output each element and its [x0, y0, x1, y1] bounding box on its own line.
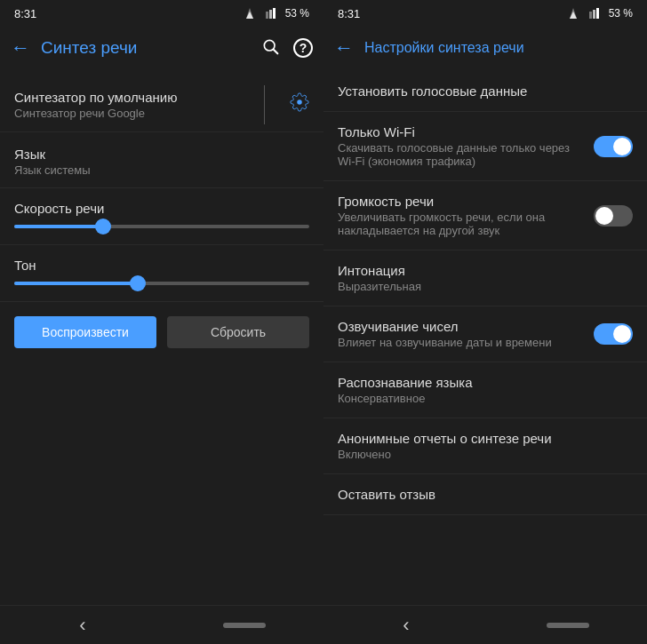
lang-row[interactable]: Язык Язык системы — [0, 132, 324, 188]
right-top-bar: ← Настройки синтеза речи — [324, 25, 647, 71]
row-label: Анонимные отчеты о синтезе речи — [338, 431, 626, 446]
left-status-time: 8:31 — [14, 7, 36, 20]
left-battery: 53 % — [285, 7, 309, 20]
speed-slider-thumb[interactable] — [95, 219, 111, 235]
search-icon[interactable] — [261, 37, 279, 60]
toggle-switch[interactable] — [594, 323, 633, 345]
right-panel: 8:31 53 % ← Настройки синтеза речи Устан… — [324, 0, 647, 644]
right-battery: 53 % — [609, 7, 633, 20]
right-setting-row[interactable]: Распознавание языкаКонсервативное — [324, 362, 647, 418]
right-status-time: 8:31 — [338, 7, 360, 20]
toggle-thumb — [613, 325, 631, 343]
row-label: Распознавание языка — [338, 375, 626, 390]
svg-rect-11 — [596, 8, 599, 19]
row-label: Установить голосовые данные — [338, 83, 626, 99]
right-page-title: Настройки синтеза речи — [364, 40, 636, 56]
speed-slider-fill — [14, 225, 103, 228]
svg-rect-4 — [273, 8, 276, 19]
left-page-title: Синтез речи — [41, 38, 261, 58]
action-buttons: Воспроизвести Сбросить — [0, 302, 324, 362]
left-top-bar: ← Синтез речи ? — [0, 25, 324, 71]
help-icon[interactable]: ? — [293, 38, 313, 58]
left-status-bar: 8:31 53 % — [0, 0, 324, 25]
toggle-thumb — [613, 138, 631, 155]
row-label: Оставить отзыв — [338, 487, 626, 502]
speed-label: Скорость речи — [14, 201, 309, 216]
svg-marker-1 — [246, 12, 253, 19]
row-label: Громкость речи — [338, 194, 587, 209]
reset-button[interactable]: Сбросить — [167, 316, 309, 348]
right-setting-row[interactable]: Оставить отзыв — [324, 474, 647, 515]
right-setting-row[interactable]: Установить голосовые данные — [324, 71, 647, 112]
row-sublabel: Консервативное — [338, 392, 626, 405]
right-status-bar: 8:31 53 % — [324, 0, 647, 25]
synth-row[interactable]: Синтезатор по умолчанию Синтезатор речи … — [0, 71, 324, 132]
svg-rect-2 — [266, 12, 268, 19]
right-setting-row[interactable]: Озвучивание чиселВлияет на озвучивание д… — [324, 306, 647, 362]
tone-label: Тон — [14, 258, 309, 273]
left-top-actions: ? — [261, 37, 313, 60]
speed-section: Скорость речи — [0, 188, 324, 245]
right-bottom-nav: ‹ — [324, 605, 647, 644]
speed-slider-track[interactable] — [14, 225, 309, 228]
right-nav-back[interactable]: ‹ — [381, 607, 430, 644]
left-content: Синтезатор по умолчанию Синтезатор речи … — [0, 71, 324, 605]
lang-label: Язык — [14, 147, 309, 162]
svg-rect-3 — [269, 10, 272, 19]
synth-value: Синтезатор речи Google — [14, 107, 257, 120]
tone-slider-track[interactable] — [14, 282, 309, 285]
left-nav-back[interactable]: ‹ — [58, 607, 107, 644]
toggle-switch[interactable] — [594, 205, 633, 227]
lang-value: Язык системы — [14, 163, 309, 177]
left-nav-pill — [223, 623, 266, 628]
left-back-button[interactable]: ← — [11, 36, 30, 60]
left-status-icons: 53 % — [246, 7, 309, 20]
tone-slider-fill — [14, 282, 138, 285]
row-label: Только Wi-Fi — [338, 124, 587, 139]
left-bottom-nav: ‹ — [0, 605, 324, 644]
right-setting-row[interactable]: ИнтонацияВыразительная — [324, 250, 647, 306]
tone-section: Тон — [0, 245, 324, 302]
toggle-switch[interactable] — [594, 136, 633, 157]
row-sublabel: Скачивать голосовые данные только через … — [338, 141, 587, 168]
synth-divider — [264, 85, 265, 124]
right-nav-pill — [547, 623, 589, 628]
row-sublabel: Увеличивать громкость речи, если она нак… — [338, 211, 587, 237]
gear-icon[interactable] — [290, 92, 309, 117]
svg-rect-9 — [589, 12, 592, 19]
right-setting-row[interactable]: Только Wi-FiСкачивать голосовые данные т… — [324, 112, 647, 181]
row-sublabel: Выразительная — [338, 280, 626, 293]
play-button[interactable]: Воспроизвести — [14, 316, 156, 348]
row-label: Интонация — [338, 263, 626, 278]
row-sublabel: Включено — [338, 448, 626, 461]
tone-slider-thumb[interactable] — [130, 275, 146, 291]
svg-marker-8 — [570, 12, 577, 19]
row-sublabel: Влияет на озвучивание даты и времени — [338, 336, 587, 349]
right-content: Установить голосовые данныеТолько Wi-FiС… — [324, 71, 647, 605]
right-setting-row[interactable]: Громкость речиУвеличивать громкость речи… — [324, 181, 647, 250]
synth-label: Синтезатор по умолчанию — [14, 90, 257, 105]
svg-rect-10 — [593, 10, 595, 19]
svg-line-6 — [274, 49, 278, 53]
right-setting-row[interactable]: Анонимные отчеты о синтезе речиВключено — [324, 418, 647, 474]
toggle-thumb — [595, 207, 613, 225]
right-status-icons: 53 % — [570, 7, 633, 20]
row-label: Озвучивание чисел — [338, 319, 587, 334]
left-panel: 8:31 53 % ← Синтез речи ? — [0, 0, 324, 644]
right-back-button[interactable]: ← — [334, 36, 354, 60]
